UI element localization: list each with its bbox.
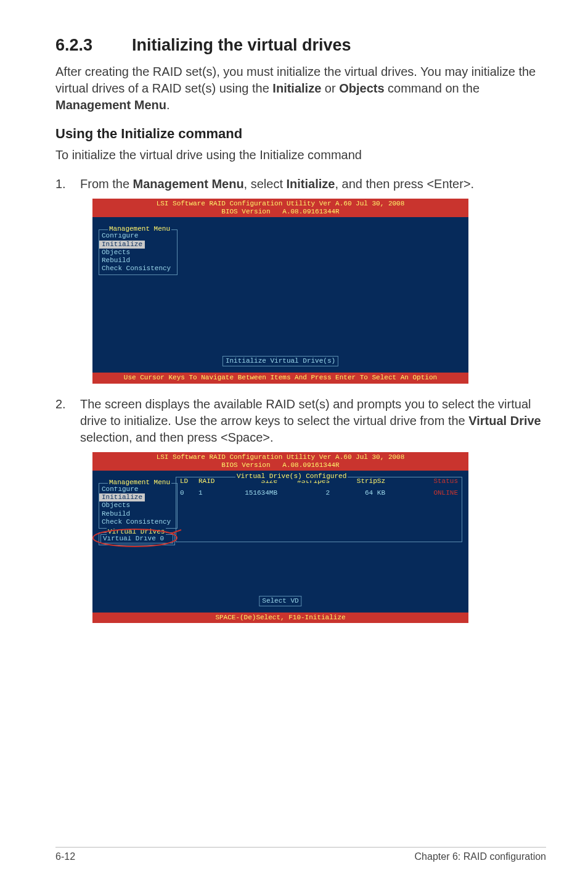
svg-point-0: [93, 529, 177, 547]
bios-titlebar: LSI Software RAID Configuration Utility …: [92, 199, 468, 217]
step-number: 2.: [55, 396, 80, 446]
step-text: From the Management Menu, select Initial…: [80, 176, 546, 192]
page-footer: 6-12 Chapter 6: RAID configuration: [55, 847, 546, 862]
menu-item-check: Check Consistency: [99, 265, 177, 273]
callout-oval-icon: [92, 527, 183, 548]
step-2: 2. The screen displays the available RAI…: [55, 396, 546, 446]
vd-table-row: 0 1 151634MB 2 64 KB ONLINE: [176, 489, 462, 497]
menu-item-objects: Objects: [99, 249, 177, 257]
management-menu-title: Management Menu: [108, 479, 171, 487]
bios-body: Management Menu Configure Initialize Obj…: [92, 471, 468, 613]
menu-item-check: Check Consistency: [99, 518, 177, 526]
section-title: Initializing the virtual drives: [132, 36, 351, 54]
bios-titlebar: LSI Software RAID Configuration Utility …: [92, 452, 468, 471]
intro-paragraph: After creating the RAID set(s), you must…: [55, 64, 546, 113]
menu-item-initialize: Initialize: [99, 493, 177, 501]
menu-item-objects: Objects: [99, 501, 177, 510]
bios-status-label: Select VD: [259, 596, 301, 606]
virtual-drives-table: Virtual Drive(s) Configured LD RAID Size…: [176, 477, 462, 542]
bios-screenshot-2: LSI Software RAID Configuration Utility …: [92, 452, 468, 624]
menu-item-initialize: Initialize: [99, 241, 177, 249]
bios-footer: SPACE-(De)Select, F10-Initialize: [92, 613, 468, 623]
management-menu-title: Management Menu: [108, 225, 171, 233]
section-heading: 6.2.3Initializing the virtual drives: [55, 36, 546, 55]
page-number: 6-12: [55, 851, 75, 862]
chapter-label: Chapter 6: RAID configuration: [415, 851, 546, 862]
bios-status-label: Initialize Virtual Drive(s): [223, 356, 338, 366]
management-menu-box: Management Menu Configure Initialize Obj…: [99, 229, 178, 275]
menu-item-rebuild: Rebuild: [99, 510, 177, 518]
management-menu-box: Management Menu Configure Initialize Obj…: [99, 483, 178, 529]
menu-item-rebuild: Rebuild: [99, 257, 177, 265]
subsection-lead: To initialize the virtual drive using th…: [55, 147, 546, 163]
bios-screenshot-1: LSI Software RAID Configuration Utility …: [92, 199, 468, 384]
step-text: The screen displays the available RAID s…: [80, 396, 546, 446]
bios-body: Management Menu Configure Initialize Obj…: [92, 217, 468, 373]
step-1: 1. From the Management Menu, select Init…: [55, 176, 546, 192]
subsection-heading: Using the Initialize command: [55, 126, 546, 142]
bios-footer: Use Cursor Keys To Navigate Between Item…: [92, 373, 468, 383]
step-number: 1.: [55, 176, 80, 192]
vd-table-title: Virtual Drive(s) Configured: [235, 472, 348, 481]
section-number: 6.2.3: [55, 36, 132, 55]
